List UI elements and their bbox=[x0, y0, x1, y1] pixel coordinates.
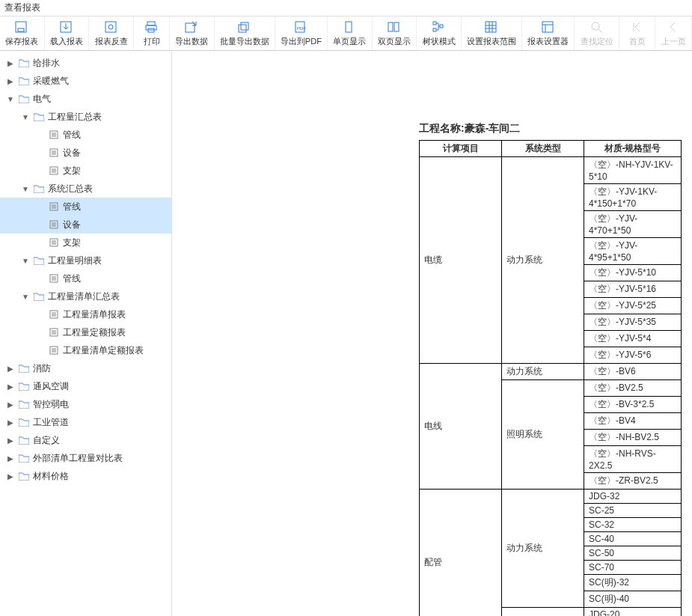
spec-cell: 〈空〉-YJV-5*25 bbox=[584, 298, 682, 314]
spec-cell: 〈空〉-YJV-5*16 bbox=[584, 281, 682, 298]
tree-node[interactable]: 工程量定额报表 bbox=[0, 323, 171, 341]
tree-mode-icon bbox=[432, 19, 446, 34]
svg-rect-5 bbox=[147, 22, 155, 25]
first-button: 首页 bbox=[619, 16, 655, 50]
single-page-icon bbox=[343, 19, 356, 34]
tree-node[interactable]: ▼工程量明细表 bbox=[0, 251, 171, 269]
tree-toggle-icon[interactable]: ▶ bbox=[6, 59, 15, 67]
tree-node[interactable]: 设备 bbox=[0, 216, 171, 234]
tree-toggle-icon[interactable]: ▶ bbox=[6, 77, 15, 85]
folder-icon bbox=[33, 111, 45, 123]
spec-cell: 〈空〉-YJV-5*4 bbox=[584, 331, 682, 347]
spec-cell: 〈空〉-BV-3*2.5 bbox=[584, 397, 682, 413]
designer-button[interactable]: 报表设置器 bbox=[522, 16, 575, 50]
svg-rect-17 bbox=[433, 28, 436, 31]
tree-toggle-icon[interactable]: ▶ bbox=[6, 436, 15, 445]
svg-rect-0 bbox=[16, 22, 26, 32]
tree-node[interactable]: 工程量清单报表 bbox=[0, 305, 171, 323]
tree-node[interactable]: ▶通风空调 bbox=[0, 377, 171, 395]
folder-icon bbox=[18, 398, 30, 410]
tree-node[interactable]: ▶消防 bbox=[0, 359, 171, 377]
tree-node[interactable]: ▼工程量清单汇总表 bbox=[0, 287, 171, 305]
svg-rect-8 bbox=[186, 23, 195, 32]
tree-label: 外部清单工程量对比表 bbox=[33, 452, 123, 465]
tree-node[interactable]: 支架 bbox=[0, 234, 171, 251]
spec-cell: 〈空〉-NH-BV2.5 bbox=[584, 430, 682, 446]
export-pdf-button[interactable]: PDF导出到PDF bbox=[275, 16, 328, 50]
doc-icon bbox=[48, 129, 60, 141]
tree-toggle-icon[interactable]: ▶ bbox=[6, 454, 15, 463]
spec-cell: SC-50 bbox=[584, 546, 682, 561]
toolbar-label: 上一页 bbox=[661, 36, 686, 47]
tree-toggle-icon[interactable]: ▼ bbox=[21, 185, 30, 193]
tree-label: 工程量汇总表 bbox=[48, 111, 102, 123]
single-page-button[interactable]: 单页显示 bbox=[328, 16, 373, 50]
tree-node[interactable]: 管线 bbox=[0, 126, 171, 144]
folder-icon bbox=[18, 416, 30, 428]
spec-cell: 〈空〉-BV6 bbox=[584, 364, 682, 380]
tree-node[interactable]: 工程量清单定额报表 bbox=[0, 341, 171, 359]
tree-label: 材料价格 bbox=[33, 470, 69, 483]
calc-cell: 电缆 bbox=[420, 157, 502, 364]
recheck-button[interactable]: 报表反查 bbox=[89, 16, 134, 50]
tree-node[interactable]: 管线 bbox=[0, 269, 171, 287]
tree-label: 系统汇总表 bbox=[48, 183, 93, 195]
spec-cell: 〈空〉-YJV-1KV-4*150+1*70 bbox=[584, 184, 682, 211]
tree-label: 工程量定额报表 bbox=[63, 326, 126, 339]
calc-cell: 配管 bbox=[420, 490, 502, 617]
tree-label: 设备 bbox=[63, 219, 81, 231]
tree-node[interactable]: ▼电气 bbox=[0, 90, 171, 108]
spec-cell: 〈空〉-YJV-5*10 bbox=[584, 265, 682, 281]
spec-cell: 〈空〉-NH-RVS-2X2.5 bbox=[584, 446, 682, 473]
folder-icon bbox=[18, 93, 30, 105]
tree-node[interactable]: 设备 bbox=[0, 144, 171, 162]
print-button[interactable]: 打印 bbox=[134, 16, 170, 50]
tree-toggle-icon[interactable]: ▼ bbox=[21, 257, 30, 265]
tree-node[interactable]: ▶自定义 bbox=[0, 431, 171, 449]
tree-node[interactable]: 支架 bbox=[0, 162, 171, 180]
tree-node[interactable]: ▶给排水 bbox=[0, 54, 171, 72]
prev-button: 上一页 bbox=[655, 16, 692, 50]
double-page-button[interactable]: 双页显示 bbox=[373, 16, 417, 50]
set-range-button[interactable]: 设置报表范围 bbox=[462, 16, 522, 50]
tree-node[interactable]: 管线 bbox=[0, 198, 171, 216]
tree-toggle-icon[interactable]: ▶ bbox=[6, 400, 15, 409]
tree-node[interactable]: ▼系统汇总表 bbox=[0, 180, 171, 198]
tree-toggle-icon[interactable]: ▶ bbox=[6, 418, 15, 427]
tree-node[interactable]: ▼工程量汇总表 bbox=[0, 108, 171, 126]
tree-panel: ▶给排水▶采暖燃气▼电气▼工程量汇总表管线设备支架▼系统汇总表管线设备支架▼工程… bbox=[0, 51, 172, 616]
toolbar: 保存报表载入报表报表反查打印导出数据批量导出数据PDF导出到PDF单页显示双页显… bbox=[0, 16, 692, 51]
tree-toggle-icon[interactable]: ▶ bbox=[6, 382, 15, 391]
tree-label: 管线 bbox=[63, 201, 81, 213]
report-page: 工程名称:豪森-车间二 计算项目系统类型材质-规格型号电缆动力系统〈空〉-NH-… bbox=[419, 55, 682, 616]
save-button[interactable]: 保存报表 bbox=[0, 16, 45, 50]
svg-rect-18 bbox=[440, 25, 443, 28]
spec-cell: 〈空〉-ZR-BV2.5 bbox=[584, 473, 682, 490]
folder-icon bbox=[33, 290, 45, 302]
tree-node[interactable]: ▶外部清单工程量对比表 bbox=[0, 449, 171, 467]
toolbar-label: 树状模式 bbox=[423, 36, 456, 47]
svg-rect-19 bbox=[486, 22, 496, 32]
svg-rect-20 bbox=[542, 22, 553, 32]
toolbar-label: 导出到PDF bbox=[281, 36, 322, 47]
tree-node[interactable]: ▶工业管道 bbox=[0, 413, 171, 431]
export-button[interactable]: 导出数据 bbox=[170, 16, 215, 50]
tree-node[interactable]: ▶采暖燃气 bbox=[0, 72, 171, 90]
prev-icon bbox=[667, 19, 680, 34]
tree-toggle-icon[interactable]: ▶ bbox=[6, 472, 15, 481]
spec-cell: SC(明)-32 bbox=[584, 575, 682, 591]
folder-icon bbox=[33, 254, 45, 266]
table-row: 电缆动力系统〈空〉-NH-YJV-1KV-5*10 bbox=[420, 157, 682, 184]
batch-export-button[interactable]: 批量导出数据 bbox=[215, 16, 275, 50]
spec-cell: 〈空〉-NH-YJV-1KV-5*10 bbox=[584, 157, 682, 184]
load-button[interactable]: 载入报表 bbox=[45, 16, 90, 50]
tree-toggle-icon[interactable]: ▼ bbox=[21, 293, 30, 301]
tree-toggle-icon[interactable]: ▶ bbox=[6, 365, 15, 373]
tree-toggle-icon[interactable]: ▼ bbox=[21, 113, 30, 121]
svg-rect-15 bbox=[394, 22, 399, 31]
tree-toggle-icon[interactable]: ▼ bbox=[6, 95, 15, 103]
tree-node[interactable]: ▶材料价格 bbox=[0, 467, 171, 485]
tree-node[interactable]: ▶智控弱电 bbox=[0, 395, 171, 413]
table-header: 系统类型 bbox=[502, 141, 584, 157]
tree-mode-button[interactable]: 树状模式 bbox=[417, 16, 462, 50]
